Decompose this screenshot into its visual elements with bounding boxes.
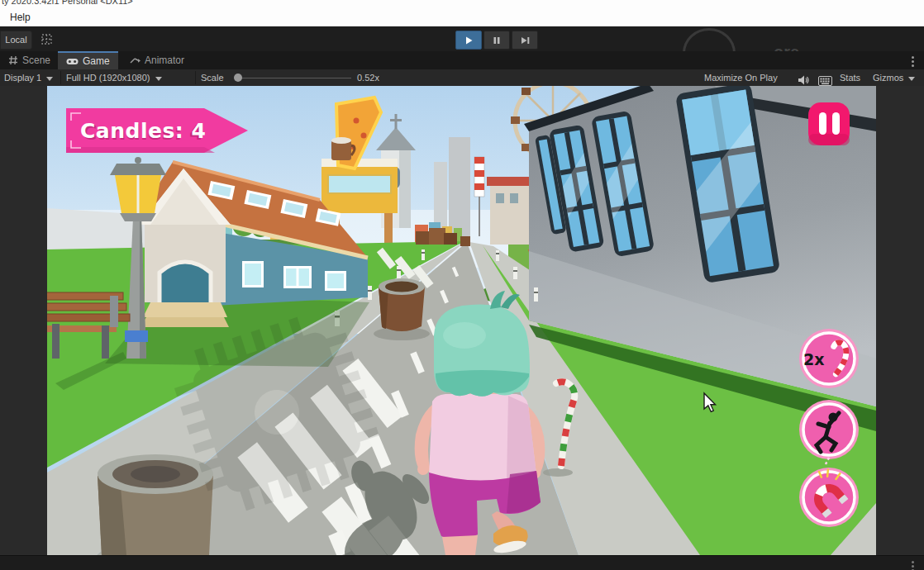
barrel xyxy=(374,278,430,340)
pause-icon xyxy=(492,36,502,45)
resolution-dropdown[interactable]: Full HD (1920x1080) xyxy=(66,69,162,86)
unity-editor-window: ty 2020.3.42f1 Personal <DX11> Help Loca… xyxy=(0,0,924,570)
pause-button[interactable] xyxy=(483,31,510,50)
menu-bar: Help xyxy=(0,10,924,26)
animator-icon xyxy=(130,56,141,65)
chevron-down-icon xyxy=(46,77,53,81)
play-button[interactable] xyxy=(455,31,482,50)
gizmos-dropdown[interactable]: Gizmos xyxy=(873,69,915,86)
play-controls xyxy=(455,31,538,50)
step-button[interactable] xyxy=(512,31,538,50)
main-toolbar: Local ore xyxy=(0,26,924,51)
tab-scene[interactable]: Scene xyxy=(0,51,59,69)
menu-help[interactable]: Help xyxy=(7,12,34,23)
multiplier-label: 2x xyxy=(803,350,824,368)
status-kebab-icon[interactable] xyxy=(911,559,914,570)
grid-snap-icon[interactable] xyxy=(40,33,54,46)
scale-slider[interactable] xyxy=(234,78,351,78)
display-dropdown[interactable]: Display 1 xyxy=(4,69,53,86)
stats-toggle[interactable]: Stats xyxy=(840,69,860,86)
play-icon xyxy=(464,36,474,45)
game-view-toolbar: Display 1 Full HD (1920x1080) Scale 0.52… xyxy=(0,69,924,87)
scale-value: 0.52x xyxy=(357,69,379,86)
scene-icon xyxy=(8,55,18,65)
tab-game-label: Game xyxy=(83,55,110,67)
scale-slider-handle[interactable] xyxy=(234,74,242,82)
divider xyxy=(195,71,196,84)
tab-bar: Scene Game Animator xyxy=(0,51,924,69)
hud-pause-button[interactable] xyxy=(808,102,850,145)
tab-animator-label: Animator xyxy=(145,55,184,66)
chevron-down-icon xyxy=(908,77,915,81)
local-pivot-button[interactable]: Local xyxy=(0,31,32,50)
tab-game[interactable]: Game xyxy=(58,51,118,69)
game-icon xyxy=(66,57,79,66)
resolution-dropdown-label: Full HD (1920x1080) xyxy=(66,73,150,83)
candles-count: Candles: 4 xyxy=(80,119,206,143)
editor-background-left xyxy=(0,86,47,555)
game-scene: Candles: 4 Candles: 4 2x xyxy=(47,86,876,555)
powerup-double-candy-button[interactable]: 2x xyxy=(799,329,859,388)
planter-barrel xyxy=(98,454,213,555)
step-icon xyxy=(520,36,531,45)
divider xyxy=(60,71,61,84)
window-titlebar: ty 2020.3.42f1 Personal <DX11> xyxy=(0,0,924,10)
gizmos-label: Gizmos xyxy=(873,73,903,83)
tab-scene-label: Scene xyxy=(22,55,50,66)
tab-animator[interactable]: Animator xyxy=(121,51,193,69)
scale-label: Scale xyxy=(201,69,224,86)
maximize-on-play-toggle[interactable]: Maximize On Play xyxy=(704,69,778,86)
tab-options-kebab-icon[interactable] xyxy=(911,55,914,69)
game-viewport[interactable]: Candles: 4 Candles: 4 2x xyxy=(47,86,876,555)
chevron-down-icon xyxy=(155,77,162,81)
editor-background-right xyxy=(876,86,924,555)
status-bar xyxy=(0,555,924,570)
window-title: ty 2020.3.42f1 Personal <DX11> xyxy=(2,0,924,6)
display-dropdown-label: Display 1 xyxy=(4,73,41,83)
